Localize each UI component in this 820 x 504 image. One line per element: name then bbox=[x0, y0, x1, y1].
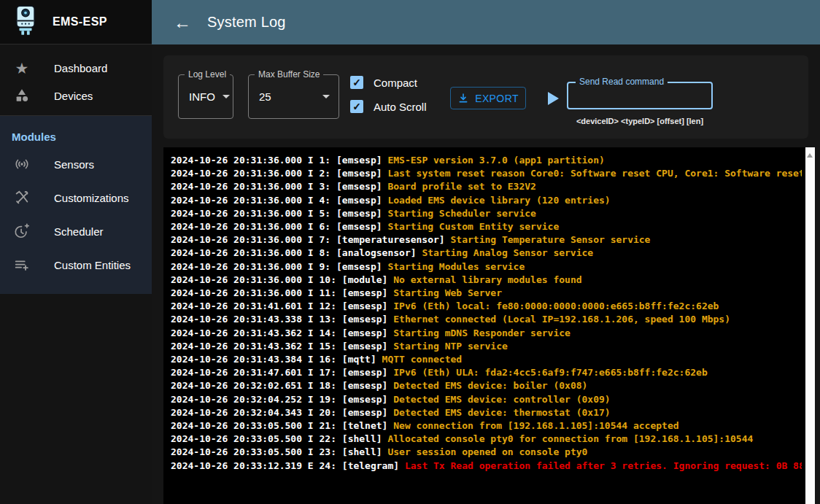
log-level-label: Log Level bbox=[185, 69, 230, 80]
log-message: Starting Scheduler service bbox=[387, 208, 536, 219]
tools-icon bbox=[13, 189, 31, 206]
log-prefix: 2024-10-26 20:31:36.000 I 4: [emsesp] bbox=[171, 195, 387, 206]
back-arrow-icon[interactable]: ← bbox=[171, 14, 194, 31]
auto-scroll-label: Auto Scroll bbox=[374, 101, 427, 113]
log-line: 2024-10-26 20:31:36.000 I 8: [analogsens… bbox=[171, 247, 802, 260]
log-controls-card: Log Level INFO Max Buffer Size 25 ✓ Comp… bbox=[163, 55, 808, 139]
compact-checkbox[interactable]: ✓ Compact bbox=[350, 76, 427, 89]
log-prefix: 2024-10-26 20:31:36.000 I 1: [emsesp] bbox=[171, 155, 387, 166]
log-line: 2024-10-26 20:33:12.319 E 24: [telegram]… bbox=[171, 460, 802, 473]
log-scrollbar[interactable] bbox=[805, 147, 815, 504]
log-message: Starting Modules service bbox=[387, 261, 525, 272]
chevron-down-icon bbox=[223, 95, 230, 98]
log-line: 2024-10-26 20:31:41.601 I 12: [emsesp] I… bbox=[171, 300, 802, 313]
log-prefix: 2024-10-26 20:31:36.000 I 11: [emsesp] bbox=[171, 287, 393, 298]
log-message: Last Tx Read operation failed after 3 re… bbox=[405, 460, 802, 471]
sensors-icon bbox=[13, 155, 31, 173]
sidebar-item-custom-entities[interactable]: Custom Entities bbox=[0, 248, 152, 282]
log-message: Detected EMS device: thermostat (0x17) bbox=[393, 407, 610, 418]
log-prefix: 2024-10-26 20:32:04.252 I 19: [emsesp] bbox=[171, 394, 393, 405]
log-level-select[interactable]: Log Level INFO bbox=[178, 74, 233, 119]
chevron-down-icon bbox=[322, 95, 330, 98]
log-line: 2024-10-26 20:31:43.338 I 13: [emsesp] E… bbox=[171, 313, 802, 326]
clock-plus-icon bbox=[13, 222, 31, 240]
log-line: 2024-10-26 20:31:36.000 I 9: [emsesp] St… bbox=[171, 260, 802, 274]
sidebar-item-label: Custom Entities bbox=[54, 259, 131, 271]
download-icon bbox=[457, 93, 469, 104]
log-line: 2024-10-26 20:31:43.362 I 15: [emsesp] S… bbox=[171, 340, 802, 353]
log-line: 2024-10-26 20:32:04.252 I 19: [emsesp] D… bbox=[171, 393, 802, 406]
app-title: EMS-ESP bbox=[53, 15, 107, 28]
log-line: 2024-10-26 20:31:47.601 I 17: [emsesp] I… bbox=[171, 366, 802, 379]
log-prefix: 2024-10-26 20:33:05.500 I 21: [telnet] bbox=[171, 420, 393, 431]
appbar: ← System Log bbox=[152, 0, 820, 44]
sidebar-nav: ★ Dashboard Devices bbox=[0, 44, 152, 116]
log-prefix: 2024-10-26 20:31:43.384 I 16: [mqtt] bbox=[171, 354, 382, 365]
log-message: Ethernet connected (Local IP=192.168.1.2… bbox=[393, 314, 730, 325]
log-message: Detected EMS device: controller (0x09) bbox=[393, 394, 610, 405]
log-message: Starting mDNS Responder service bbox=[393, 327, 570, 338]
log-prefix: 2024-10-26 20:31:41.601 I 12: [emsesp] bbox=[171, 301, 393, 311]
log-line: 2024-10-26 20:31:36.000 I 2: [emsesp] La… bbox=[171, 167, 802, 180]
log-prefix: 2024-10-26 20:31:36.000 I 5: [emsesp] bbox=[171, 208, 387, 219]
sidebar-item-dashboard[interactable]: ★ Dashboard bbox=[0, 54, 152, 82]
star-icon: ★ bbox=[13, 59, 31, 77]
log-prefix: 2024-10-26 20:31:36.000 I 2: [emsesp] bbox=[171, 168, 387, 179]
send-read-command-label: Send Read command bbox=[576, 77, 668, 87]
export-button[interactable]: EXPORT bbox=[450, 87, 526, 109]
modules-section-title: Modules bbox=[0, 131, 152, 143]
max-buffer-size-label: Max Buffer Size bbox=[255, 69, 323, 80]
send-read-command-helper: <deviceID> <typeID> [offset] [len] bbox=[561, 117, 719, 125]
log-prefix: 2024-10-26 20:31:36.000 I 9: [emsesp] bbox=[171, 261, 387, 272]
send-read-command-field: Send Read command bbox=[567, 82, 713, 109]
log-prefix: 2024-10-26 20:31:43.362 I 15: [emsesp] bbox=[171, 341, 393, 352]
playlist-add-icon bbox=[13, 256, 31, 274]
sidebar-item-customizations[interactable]: Customizations bbox=[0, 181, 152, 214]
log-prefix: 2024-10-26 20:31:36.000 I 6: [emsesp] bbox=[171, 221, 387, 232]
log-message: Starting Custom Entity service bbox=[387, 221, 559, 232]
log-line: 2024-10-26 20:31:36.000 I 4: [emsesp] Lo… bbox=[171, 194, 802, 207]
log-message: Starting Temperature Sensor service bbox=[451, 234, 651, 245]
sidebar-item-label: Dashboard bbox=[54, 62, 107, 74]
log-line: 2024-10-26 20:31:36.000 I 6: [emsesp] St… bbox=[171, 220, 802, 233]
log-line: 2024-10-26 20:31:36.000 I 3: [emsesp] Bo… bbox=[171, 180, 802, 193]
send-command-play-button[interactable] bbox=[548, 92, 559, 105]
log-level-value: INFO bbox=[189, 90, 215, 103]
log-line: 2024-10-26 20:31:43.362 I 14: [emsesp] S… bbox=[171, 327, 802, 340]
log-message: Starting Web Server bbox=[393, 287, 502, 298]
log-message: No external library modules found bbox=[393, 274, 581, 285]
max-buffer-size-value: 25 bbox=[259, 90, 271, 103]
log-line: 2024-10-26 20:31:36.000 I 10: [module] N… bbox=[171, 274, 802, 287]
log-message: Starting Analog Sensor service bbox=[422, 247, 593, 258]
system-log-console[interactable]: 2024-10-26 20:31:36.000 I 1: [emsesp] EM… bbox=[163, 147, 815, 504]
log-message: IPv6 (Eth) ULA: fda2:4cc5:6af9:f747:e665… bbox=[393, 367, 707, 378]
page-title: System Log bbox=[207, 14, 286, 31]
ems-esp-app: EMS-ESP ★ Dashboard Devices Module bbox=[0, 0, 820, 504]
log-prefix: 2024-10-26 20:33:05.500 I 22: [shell] bbox=[171, 433, 387, 444]
sidebar-item-label: Scheduler bbox=[54, 225, 104, 238]
checkbox-checked-icon: ✓ bbox=[350, 76, 363, 89]
log-prefix: 2024-10-26 20:33:12.319 E 24: [telegram] bbox=[171, 460, 405, 471]
log-line: 2024-10-26 20:32:02.651 I 18: [emsesp] D… bbox=[171, 379, 802, 392]
log-message: IPv6 (Eth) local: fe80:0000:0000:0000:e6… bbox=[393, 301, 719, 311]
checkbox-group: ✓ Compact ✓ Auto Scroll bbox=[350, 76, 427, 113]
max-buffer-size-select[interactable]: Max Buffer Size 25 bbox=[248, 74, 339, 119]
send-read-command-input[interactable] bbox=[568, 83, 711, 108]
log-prefix: 2024-10-26 20:32:02.651 I 18: [emsesp] bbox=[171, 380, 393, 391]
log-message: MQTT connected bbox=[382, 354, 463, 365]
log-prefix: 2024-10-26 20:31:36.000 I 10: [module] bbox=[171, 274, 393, 285]
log-prefix: 2024-10-26 20:31:36.000 I 8: [analogsens… bbox=[171, 247, 422, 258]
compact-label: Compact bbox=[374, 77, 417, 89]
log-message: EMS-ESP version 3.7.0 (app1 partition) bbox=[387, 155, 604, 166]
modules-section: Modules Sensors bbox=[0, 116, 152, 294]
log-line: 2024-10-26 20:31:43.384 I 16: [mqtt] MQT… bbox=[171, 353, 802, 366]
log-line: 2024-10-26 20:31:36.000 I 5: [emsesp] St… bbox=[171, 207, 802, 220]
log-line: 2024-10-26 20:33:05.500 I 22: [shell] Al… bbox=[171, 433, 802, 446]
log-message: Loaded EMS device library (120 entries) bbox=[387, 195, 610, 206]
log-message: Starting NTP service bbox=[393, 341, 508, 352]
sidebar-item-sensors[interactable]: Sensors bbox=[0, 147, 152, 181]
auto-scroll-checkbox[interactable]: ✓ Auto Scroll bbox=[350, 100, 427, 113]
sidebar-item-devices[interactable]: Devices bbox=[0, 82, 152, 109]
log-line: 2024-10-26 20:31:36.000 I 7: [temperatur… bbox=[171, 233, 802, 247]
sidebar-item-scheduler[interactable]: Scheduler bbox=[0, 214, 152, 248]
